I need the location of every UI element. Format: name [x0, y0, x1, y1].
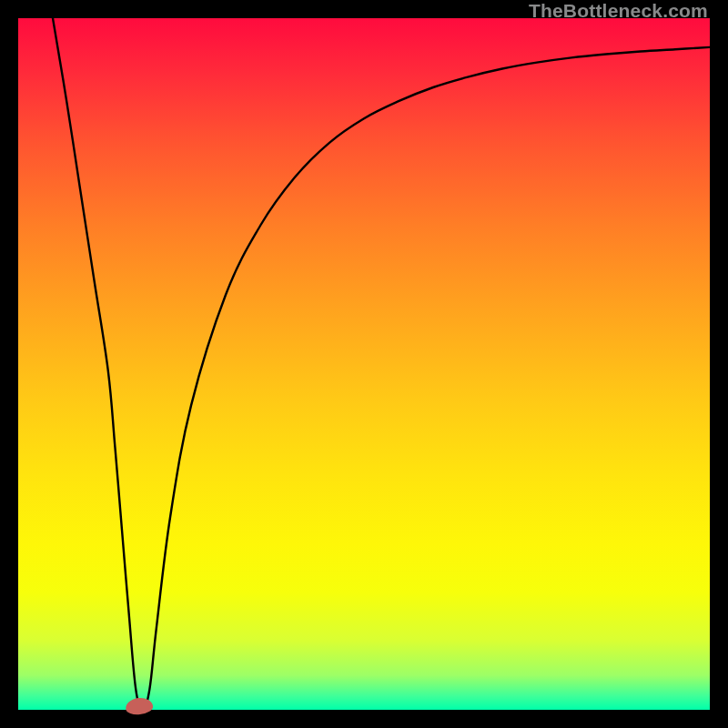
bottleneck-curve — [18, 18, 710, 710]
chart-frame: TheBottleneck.com — [0, 0, 728, 728]
watermark-text: TheBottleneck.com — [529, 0, 708, 22]
plot-area — [18, 18, 710, 710]
